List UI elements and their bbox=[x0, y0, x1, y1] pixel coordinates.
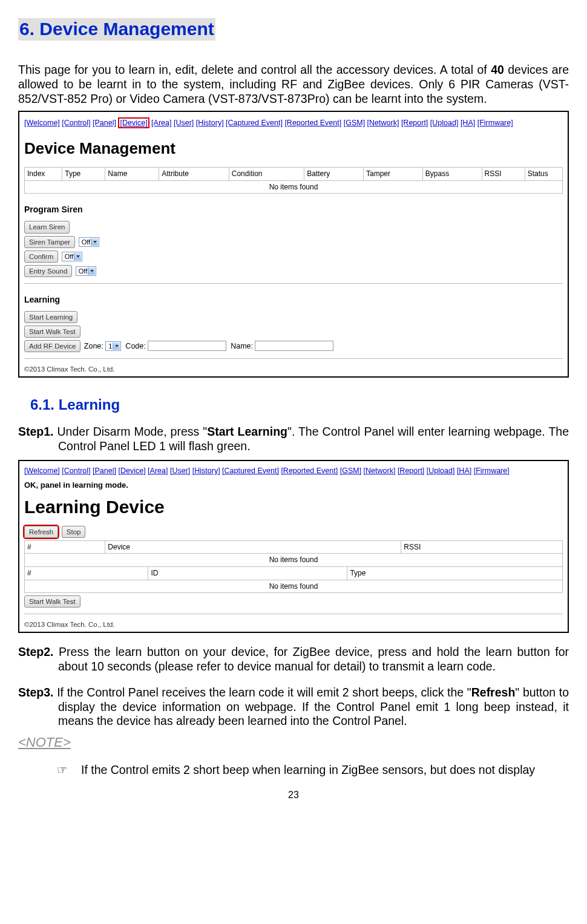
nav-history[interactable]: [History] bbox=[192, 467, 220, 475]
step1-bold: Start Learning bbox=[207, 425, 287, 438]
code-input[interactable] bbox=[148, 341, 226, 351]
nav-firmware[interactable]: [Firmware] bbox=[474, 467, 510, 475]
nav-area[interactable]: [Area] bbox=[148, 467, 168, 475]
start-walk-test-button[interactable]: Start Walk Test bbox=[24, 326, 80, 338]
intro-paragraph: This page for you to learn in, edit, del… bbox=[18, 63, 569, 106]
divider bbox=[24, 283, 563, 284]
learning-table-1: # Device RSSI No items found bbox=[24, 540, 563, 567]
nav-firmware[interactable]: [Firmware] bbox=[477, 119, 513, 127]
nav-device[interactable]: [Device] bbox=[120, 119, 147, 127]
th-hash2: # bbox=[25, 566, 148, 580]
nav-upload[interactable]: [Upload] bbox=[427, 467, 455, 475]
th-device: Device bbox=[105, 540, 401, 554]
nav-gsm[interactable]: [GSM] bbox=[340, 467, 361, 475]
learn-siren-button[interactable]: Learn Siren bbox=[24, 221, 70, 233]
nav-control[interactable]: [Control] bbox=[62, 119, 90, 127]
refresh-button[interactable]: Refresh bbox=[24, 526, 58, 538]
nav-user[interactable]: [User] bbox=[174, 119, 194, 127]
th-bypass: Bypass bbox=[422, 168, 482, 181]
nav-report[interactable]: [Report] bbox=[401, 119, 428, 127]
copyright-2: ©2013 Climax Tech. Co., Ltd. bbox=[24, 620, 563, 629]
th-hash: # bbox=[25, 540, 105, 554]
th-name: Name bbox=[105, 168, 159, 181]
nav-upload[interactable]: [Upload] bbox=[430, 119, 459, 127]
nav-device-highlight: [Device] bbox=[118, 117, 149, 128]
screenshot-learning-device: [Welcome] [Control] [Panel] [Device] [Ar… bbox=[18, 460, 569, 633]
nav-area[interactable]: [Area] bbox=[151, 119, 171, 127]
nav-network[interactable]: [Network] bbox=[367, 119, 399, 127]
nav-welcome[interactable]: [Welcome] bbox=[24, 119, 60, 127]
nav-captured-event[interactable]: [Captured Event] bbox=[222, 467, 279, 475]
divider bbox=[24, 358, 563, 359]
code-label: Code: bbox=[125, 342, 145, 350]
add-rf-device-button[interactable]: Add RF Device bbox=[24, 340, 80, 352]
nav-gsm[interactable]: [GSM] bbox=[344, 119, 365, 127]
t2-empty: No items found bbox=[25, 580, 563, 593]
nav-bar-2: [Welcome] [Control] [Panel] [Device] [Ar… bbox=[24, 464, 563, 478]
confirm-select[interactable]: Off bbox=[62, 252, 82, 261]
nav-captured-event[interactable]: [Captured Event] bbox=[226, 119, 283, 127]
th-index: Index bbox=[25, 168, 62, 181]
nav-reported-event[interactable]: [Reported Event] bbox=[284, 119, 341, 127]
nav-device[interactable]: [Device] bbox=[118, 467, 145, 475]
zone-label: Zone: bbox=[84, 342, 103, 350]
confirm-button[interactable]: Confirm bbox=[24, 251, 58, 263]
step3-number: Step3. bbox=[18, 686, 54, 699]
name-input[interactable] bbox=[255, 341, 333, 351]
nav-control[interactable]: [Control] bbox=[62, 467, 90, 475]
th-type: Type bbox=[62, 168, 105, 181]
step2-text: Press the learn button on your device, f… bbox=[54, 645, 569, 673]
zone-select[interactable]: 1 bbox=[105, 341, 121, 351]
nav-history[interactable]: [History] bbox=[196, 119, 224, 127]
intro-part1: This page for you to learn in, edit, del… bbox=[18, 63, 491, 76]
copyright: ©2013 Climax Tech. Co., Ltd. bbox=[24, 365, 563, 373]
nav-reported-event[interactable]: [Reported Event] bbox=[281, 467, 338, 475]
th-type2: Type bbox=[347, 566, 563, 580]
th-status: Status bbox=[525, 168, 562, 181]
status-text: OK, panel in learning mode. bbox=[24, 480, 563, 490]
entry-sound-select[interactable]: Off bbox=[76, 266, 96, 276]
nav-bar: [Welcome] [Control] [Panel] [Device] [Ar… bbox=[24, 115, 563, 131]
panel-title: Device Management bbox=[24, 139, 563, 159]
stop-button[interactable]: Stop bbox=[62, 526, 86, 538]
start-learning-button[interactable]: Start Learning bbox=[24, 311, 77, 323]
siren-tamper-button[interactable]: Siren Tamper bbox=[24, 236, 75, 248]
learning-heading: Learning bbox=[24, 295, 563, 305]
entry-sound-button[interactable]: Entry Sound bbox=[24, 265, 72, 277]
step1-number: Step1. bbox=[18, 425, 54, 438]
th-attribute: Attribute bbox=[159, 168, 229, 181]
nav-panel[interactable]: [Panel] bbox=[93, 467, 116, 475]
note-text: If the Control emits 2 short beep when l… bbox=[81, 763, 535, 776]
nav-network[interactable]: [Network] bbox=[364, 467, 396, 475]
learning-table-2: # ID Type No items found bbox=[24, 566, 563, 593]
step1-a: Under Disarm Mode, press " bbox=[54, 425, 208, 438]
nav-report[interactable]: [Report] bbox=[398, 467, 424, 475]
subsection-heading: 6.1. Learning bbox=[30, 396, 569, 413]
section-heading: 6. Device Management bbox=[18, 18, 215, 41]
nav-ha[interactable]: [HA] bbox=[457, 467, 471, 475]
step2-number: Step2. bbox=[18, 645, 54, 658]
note-heading: <NOTE> bbox=[18, 735, 569, 751]
th-battery: Battery bbox=[304, 168, 364, 181]
step3-bold: Refresh bbox=[471, 686, 516, 699]
step2: Step2. Press the learn button on your de… bbox=[18, 645, 569, 674]
th-rssi: RSSI bbox=[401, 540, 563, 554]
name-label: Name: bbox=[231, 342, 253, 350]
th-condition: Condition bbox=[229, 168, 304, 181]
nav-welcome[interactable]: [Welcome] bbox=[24, 467, 60, 475]
screenshot-device-management: [Welcome] [Control] [Panel] [Device] [Ar… bbox=[18, 111, 569, 377]
th-tamper: Tamper bbox=[364, 168, 423, 181]
nav-user[interactable]: [User] bbox=[170, 467, 190, 475]
t1-empty: No items found bbox=[25, 554, 563, 567]
device-table: Index Type Name Attribute Condition Batt… bbox=[24, 167, 563, 194]
siren-tamper-select[interactable]: Off bbox=[79, 237, 99, 247]
note-bullet: ☞If the Control emits 2 short beep when … bbox=[18, 763, 569, 778]
nav-panel[interactable]: [Panel] bbox=[93, 119, 116, 127]
nav-ha[interactable]: [HA] bbox=[461, 119, 475, 127]
page-number: 23 bbox=[18, 789, 569, 801]
step1: Step1. Under Disarm Mode, press "Start L… bbox=[18, 425, 569, 454]
pointer-icon: ☞ bbox=[57, 763, 81, 778]
start-walk-test-button-2[interactable]: Start Walk Test bbox=[24, 595, 80, 608]
step3-a: If the Control Panel receives the learn … bbox=[54, 686, 471, 699]
program-siren-heading: Program Siren bbox=[24, 205, 563, 215]
